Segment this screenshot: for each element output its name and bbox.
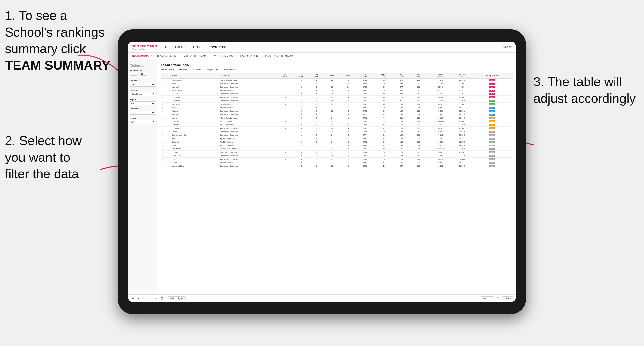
cell-vs25: 27-17-1: [452, 137, 472, 140]
cell-conference: Pac-12 Conference: [219, 89, 277, 92]
toolbar-expand[interactable]: ⛶: [496, 296, 501, 300]
cell-school: New Mexico: [171, 147, 219, 151]
cell-avg-par: -5.5: [374, 99, 394, 103]
table-row: 10 Alabama Southeastern Conference – 5 8…: [161, 109, 512, 113]
table-row: 13 Texas Tech Big 12 Conference – 1 9 27…: [161, 120, 512, 123]
cell-wins: 2: [340, 140, 356, 144]
cell-rnds: 27: [324, 96, 340, 99]
col-avg-rank: Avg.Rank: [277, 73, 294, 78]
cell-avg-low: 1.28: [394, 151, 408, 154]
table-row: 9 Arizona Pac-12 Conference – 3 8 22 1 2…: [161, 106, 512, 109]
nav-teams[interactable]: TEAMS: [193, 46, 202, 49]
cell-vs25: 34-24-2: [452, 130, 472, 134]
col-no-tour: NoTour: [309, 73, 324, 78]
cell-vs50: 49.34: [472, 137, 512, 140]
toolbar-clock[interactable]: ⏰: [160, 296, 164, 300]
nav-committee[interactable]: COMMITTEE: [208, 46, 226, 49]
cell-vs50: 65.49: [472, 103, 512, 106]
cell-rank: 8: [161, 103, 171, 106]
cell-conference: Southeastern Conference: [219, 92, 277, 96]
division-select[interactable]: NCAA Division I: [130, 92, 155, 96]
cell-school: Washington: [171, 103, 219, 106]
cell-avg-low: 1.98: [394, 106, 408, 109]
view-original-button[interactable]: View: Original: [168, 296, 186, 300]
cell-school: Texas: [171, 144, 219, 147]
cell-adj-score: 277.0: [356, 113, 374, 116]
region-select[interactable]: N/A: [130, 101, 155, 105]
cell-rnds: 18: [324, 92, 340, 96]
cell-overall: 72-30-1: [429, 109, 452, 113]
nav-divider: [501, 45, 501, 49]
cell-overall: 80-25-2: [429, 130, 452, 134]
subnav-team-h2h-grid[interactable]: TEAM H2H GRID: [157, 55, 176, 58]
cell-vs25: 39-20-1: [452, 103, 472, 106]
cell-wins: 2: [340, 120, 356, 123]
col-wins: Wins: [340, 73, 356, 78]
cell-conference: Mountain West Conference: [219, 147, 277, 151]
subnav-team-h2h-heatmap[interactable]: TEAM H2H HEATMAP: [181, 55, 206, 58]
bottom-toolbar: ◀ ▶ ↻ □ ⊕ ⏰ View: Original Watch ▼ ⛶ Sha…: [128, 295, 516, 302]
cell-rank: 26: [161, 165, 171, 168]
toolbar-add[interactable]: ⊕: [154, 296, 158, 300]
cell-avg-par: -1.8: [374, 165, 394, 168]
cell-vs50: 60.58: [472, 116, 512, 120]
cell-avg-rank: –: [277, 113, 294, 116]
cell-rnds: 21: [324, 151, 340, 154]
col-vs25: Vs Top25: [452, 73, 472, 78]
cell-avg-par: -2.9: [374, 130, 394, 134]
sign-out-link[interactable]: Sign out: [503, 46, 512, 48]
cell-avg-rank: –: [277, 92, 294, 96]
cell-avg-low: 1.85: [394, 127, 408, 130]
cell-overall: 82-28-1: [429, 113, 452, 116]
cell-wins: 6: [340, 82, 356, 85]
cell-avg-low: 2.52: [394, 89, 408, 92]
cell-low-score: 269: [408, 85, 429, 89]
cell-wins: 4: [340, 89, 356, 92]
school-select[interactable]: (All): [130, 120, 155, 124]
filter-min-input[interactable]: [130, 72, 137, 76]
col-rnds: Rnds: [324, 73, 340, 78]
gender-select[interactable]: Men's: [130, 83, 155, 87]
cell-conference: Pac-12 Conference: [219, 161, 277, 165]
cell-adj-score: 276.3: [356, 116, 374, 120]
cell-no-tour: 9: [309, 137, 324, 140]
filter-slider[interactable]: [130, 77, 155, 77]
conference-select[interactable]: (All): [130, 111, 155, 115]
instruction-step1-text: 1. To see a School's rankings summary cl…: [5, 8, 105, 56]
filter-max-input[interactable]: [140, 72, 148, 76]
cell-vs25: 29-20-2: [452, 147, 472, 151]
cell-vs25: 63-17-0: [452, 78, 472, 82]
cell-adj-score: 279.3: [356, 154, 374, 158]
cell-conference: Atlantic Coast Conference: [219, 127, 277, 130]
cell-avg-par: -5.2: [374, 78, 394, 82]
cell-low-score: 265: [408, 89, 429, 92]
watch-button[interactable]: Watch ▼: [481, 296, 494, 300]
subnav-player-summary[interactable]: PLAYER SUMMARY: [211, 55, 234, 58]
cell-school: Vanderbilt: [171, 85, 219, 89]
cell-low-score: 217: [408, 109, 429, 113]
table-row: 24 Duke Atlantic Coast Conference – 5 9 …: [161, 158, 512, 161]
toolbar-copy[interactable]: □: [148, 296, 152, 300]
cell-rank: 16: [161, 130, 171, 134]
cell-rank: 13: [161, 120, 171, 123]
cell-conference: Southeastern Conference: [219, 85, 277, 89]
toolbar-back[interactable]: ◀: [131, 296, 135, 300]
cell-rnds: 24: [324, 130, 340, 134]
subnav-team-summary[interactable]: TEAM SUMMARY: [132, 54, 152, 58]
cell-vs25: 20-39-1: [452, 151, 472, 154]
table-area: Team Standings Gender: Men's Division: N…: [157, 60, 516, 295]
cell-wins: 4: [340, 130, 356, 134]
subnav-player-h2h-heatmap[interactable]: PLAYER H2H HEATMAP: [265, 55, 293, 58]
cell-conf-rank: 1: [294, 120, 310, 123]
instruction-step3-text: 3. The table will adjust accordingly: [534, 75, 636, 106]
cell-conf-rank: 1: [294, 82, 310, 85]
subnav-player-h2h-grid[interactable]: PLAYER H2H GRID: [238, 55, 260, 58]
table-row: 7 Tennessee Southeastern Conference – 4 …: [161, 99, 512, 103]
cell-no-tour: 9: [309, 130, 324, 134]
toolbar-forward[interactable]: ▶: [136, 296, 140, 300]
share-button[interactable]: Share: [503, 296, 513, 300]
nav-tournaments[interactable]: TOURNAMENTS: [164, 46, 187, 49]
cell-wins: 0: [340, 165, 356, 168]
toolbar-refresh[interactable]: ↻: [142, 296, 146, 300]
cell-conf-rank: 9: [294, 154, 310, 158]
